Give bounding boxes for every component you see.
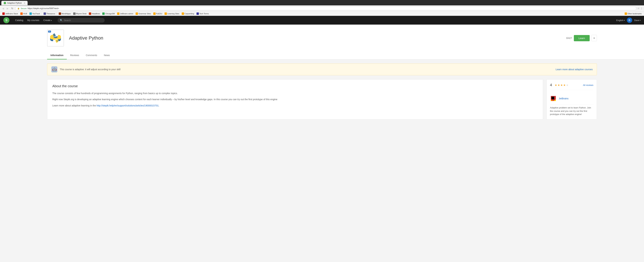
jetbrains-logo-svg <box>550 95 557 102</box>
bookmark-label: Other bookmarks <box>628 13 642 15</box>
svg-point-1 <box>57 41 58 42</box>
bookmark-icon <box>153 13 156 15</box>
search-box[interactable]: 🔍 <box>58 18 105 23</box>
tab-news[interactable]: News <box>100 52 113 60</box>
learn-button[interactable]: Learn <box>574 35 590 41</box>
bookmark-label: Headlines <box>92 13 100 15</box>
user-name[interactable]: Dave <box>634 19 641 22</box>
nav-catalog[interactable]: Catalog <box>14 18 25 23</box>
browser-menu-btn[interactable]: ⋮ <box>640 7 643 10</box>
nav-create[interactable]: Create <box>42 18 54 23</box>
star-5: ★ <box>566 84 568 87</box>
search-input[interactable] <box>64 19 102 22</box>
bookmark-headlines[interactable]: Headlines <box>88 12 101 15</box>
course-tabs: Information Reviews Comments News <box>0 52 644 60</box>
bookmark-label: HUB <box>23 13 27 15</box>
tab-close-btn[interactable]: ✕ <box>24 2 25 4</box>
about-paragraph-3-text: Learn more about adaptive learning in th… <box>52 104 96 107</box>
bookmark-copywriting[interactable]: Copywriting <box>181 12 195 15</box>
bookmark-star-btn[interactable]: ☆ <box>638 7 640 10</box>
tab-bar: Adaptive Python ✕ <box>0 0 644 6</box>
reviewer-avatar <box>550 95 557 102</box>
reviewer-name[interactable]: JetBrains <box>559 97 568 100</box>
bookmark-thesaurus[interactable]: Thesaurus <box>42 12 56 15</box>
bookmark-label: Learning Sites <box>168 13 179 15</box>
other-bookmarks-item[interactable]: Other bookmarks <box>624 12 643 15</box>
python-logo <box>50 32 62 44</box>
nav-my-courses[interactable]: My courses <box>26 18 41 23</box>
star-rating: ★ ★ ★ ★ ★ <box>555 84 568 87</box>
bookmark-chicagosm[interactable]: ChicagoSM <box>101 12 116 15</box>
course-dropdown-button[interactable]: ▾ <box>591 35 597 41</box>
bookmark-learning-sites[interactable]: Learning Sites <box>164 12 180 15</box>
review-card: 4 ★ ★ ★ ★ ★ All reviews <box>546 79 597 120</box>
other-bookmarks: Other bookmarks <box>624 12 643 15</box>
bookmark-jetbrains-slack[interactable]: JetBrains Slack <box>1 12 19 15</box>
course-image-wrapper: EN <box>47 30 64 47</box>
about-card: About the course The course consists of … <box>47 79 543 120</box>
star-1: ★ <box>555 84 557 87</box>
bookmark-icon <box>102 13 105 15</box>
reviewer-item: JetBrains <box>550 93 593 104</box>
user-avatar[interactable]: D <box>627 18 632 23</box>
bookmark-icon <box>164 13 167 15</box>
forward-button[interactable]: ▶ <box>6 7 10 10</box>
address-bar[interactable]: 🔒 Secure <box>15 7 636 10</box>
svg-rect-6 <box>552 97 554 99</box>
bookmark-label: JetBrains admin <box>120 13 133 15</box>
learn-more-adaptive-link[interactable]: Learn more about adaptive courses <box>556 68 593 71</box>
url-input[interactable] <box>28 7 634 10</box>
bookmark-label: WordHippo <box>62 13 71 15</box>
bookmark-rhymedesk[interactable]: Rhyme Desk <box>72 12 88 15</box>
bookmark-label: YouTrack <box>32 13 40 15</box>
course-title: Adaptive Python <box>69 35 561 41</box>
header-nav: Catalog My courses Create <box>14 18 54 23</box>
tab-title: Adaptive Python <box>7 2 22 4</box>
bookmark-youtrack[interactable]: YouTrack <box>28 12 41 15</box>
bookmark-icon <box>625 13 627 15</box>
bookmark-grammar-sites[interactable]: Grammar Sites <box>134 12 152 15</box>
reload-button[interactable]: ↻ <box>10 7 14 10</box>
bookmark-icon <box>136 13 138 15</box>
bookmark-label: Grammar Sites <box>138 13 151 15</box>
bookmark-label: ChicagoSM <box>105 13 115 15</box>
bookmark-icon <box>73 13 76 15</box>
star-4: ★ <box>563 84 566 87</box>
bookmark-icon <box>44 13 46 15</box>
secure-icon: 🔒 <box>17 7 20 10</box>
page-content: EN Adaptive Python 0/427 Learn ▾ Informa… <box>0 25 644 126</box>
course-title-area: Adaptive Python <box>69 35 561 41</box>
secure-label: Secure <box>21 8 26 10</box>
bookmark-label: Copywriting <box>184 13 194 15</box>
browser-chrome: Adaptive Python ✕ ◀ ▶ ↻ 🔒 Secure ☆ ⋮ Jet… <box>0 0 644 16</box>
about-paragraph-1: The course consists of few hundreds of p… <box>52 91 538 95</box>
header-search: 🔍 <box>58 18 105 23</box>
bookmark-hub[interactable]: HUB <box>19 12 28 15</box>
rating-header: 4 ★ ★ ★ ★ ★ All reviews <box>550 83 593 90</box>
active-tab[interactable]: Adaptive Python ✕ <box>1 1 28 5</box>
tab-reviews[interactable]: Reviews <box>67 52 82 60</box>
bookmark-icon <box>2 13 5 15</box>
progress-info: 0/427 <box>566 37 572 39</box>
adaptive-help-link[interactable]: http://stepik.help/en/support/solutions/… <box>96 104 159 107</box>
language-selector[interactable]: English <box>616 19 625 22</box>
bookmark-pyedu[interactable]: PyEDU <box>152 12 163 15</box>
content-grid: About the course The course consists of … <box>47 79 597 120</box>
bookmark-separator <box>57 12 57 15</box>
course-actions: 0/427 Learn ▾ <box>566 35 597 41</box>
all-reviews-link[interactable]: All reviews <box>583 84 593 86</box>
bookmark-icon <box>89 13 91 15</box>
app-logo[interactable]: S <box>3 17 10 23</box>
rating-number: 4 <box>550 83 552 87</box>
bookmark-icon <box>117 13 120 15</box>
bookmark-tech-terms[interactable]: Tech Terms <box>196 12 210 15</box>
bookmark-jetbrains-admin[interactable]: JetBrains admin <box>116 12 134 15</box>
tab-favicon <box>4 2 6 4</box>
back-button[interactable]: ◀ <box>1 7 5 10</box>
bookmark-wordhippo[interactable]: WordHippo <box>58 12 72 15</box>
bookmark-label: Tech Terms <box>199 13 209 15</box>
about-title: About the course <box>52 84 538 88</box>
tab-comments[interactable]: Comments <box>82 52 100 60</box>
header-right: English D Dave <box>616 18 641 23</box>
tab-information[interactable]: Information <box>47 52 67 60</box>
